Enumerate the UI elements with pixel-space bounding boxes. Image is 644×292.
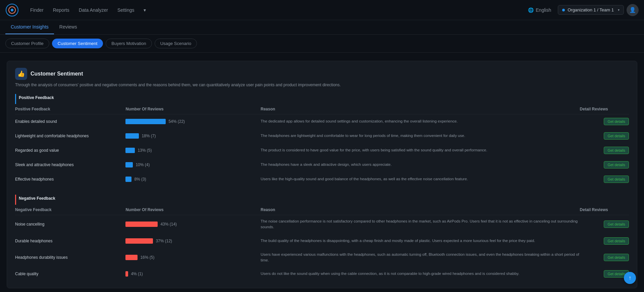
positive-detail-cell: Get details: [580, 129, 629, 143]
reason-text: The dedicated app allows for detailed so…: [261, 119, 458, 123]
negative-table-row: Cable quality 4% (1) Users do not like t…: [15, 267, 629, 281]
negative-bar-cell: 16% (5): [125, 248, 261, 267]
bar-container: 13% (5): [125, 148, 261, 153]
positive-reason-cell: The headphones are lightweight and comfo…: [261, 129, 580, 143]
positive-detail-cell: Get details: [580, 158, 629, 172]
app-logo[interactable]: [5, 3, 19, 17]
section-title: Customer Sentiment: [31, 71, 83, 77]
bar-container: 10% (4): [125, 162, 261, 167]
bar-container: 16% (5): [125, 255, 261, 260]
reason-text: Users do not like the sound quality when…: [261, 272, 519, 276]
nav-reports[interactable]: Reports: [50, 6, 73, 14]
scroll-to-top-button[interactable]: ↑: [624, 272, 636, 284]
reason-text: Users have experienced various malfuncti…: [261, 252, 579, 262]
org-status-dot: [562, 9, 565, 11]
get-details-button[interactable]: Get details: [604, 254, 629, 261]
negative-table-row: Headphones durability issues 16% (5) Use…: [15, 248, 629, 267]
bar-percentage: 8% (3): [134, 177, 146, 182]
negative-detail-cell: Get details: [580, 234, 629, 248]
main-content: 👍 Customer Sentiment Through the analysi…: [0, 53, 644, 292]
positive-detail-cell: Get details: [580, 114, 629, 129]
get-details-button[interactable]: Get details: [604, 237, 629, 245]
org-chevron-icon: ▾: [618, 8, 620, 12]
positive-feedback-table: Positive Feedback Number Of Reviews Reas…: [15, 104, 629, 187]
bar-container: 8% (3): [125, 177, 261, 182]
positive-feedback-label: Positive Feedback: [15, 94, 629, 104]
col-header-positive-feedback: Positive Feedback: [15, 104, 125, 114]
col-header-positive-reason: Reason: [261, 104, 580, 114]
negative-detail-cell: Get details: [580, 215, 629, 234]
tab-usage-scenario[interactable]: Usage Scenario: [155, 39, 197, 48]
bar-percentage: 37% (12): [156, 239, 172, 243]
tab-reviews[interactable]: Reviews: [54, 20, 83, 34]
bar-percentage: 43% (14): [160, 222, 177, 227]
user-avatar[interactable]: 👤: [627, 4, 639, 16]
language-selector[interactable]: 🌐 English: [528, 7, 551, 13]
negative-table-row: Noise cancelling 43% (14) The noise canc…: [15, 215, 629, 234]
get-details-button[interactable]: Get details: [604, 161, 629, 168]
positive-table-row: Lightweight and comfortable headphones 1…: [15, 129, 629, 143]
negative-feedback-label: Negative Feedback: [15, 195, 629, 205]
get-details-button[interactable]: Get details: [604, 221, 629, 228]
reason-text: The noise cancellation performance is no…: [261, 219, 578, 229]
negative-reason-cell: The build quality of the headphones is d…: [261, 234, 580, 248]
bar-container: 37% (12): [125, 238, 261, 244]
col-header-negative-reviews: Number Of Reviews: [125, 205, 261, 215]
positive-detail-cell: Get details: [580, 172, 629, 187]
get-details-button[interactable]: Get details: [604, 132, 629, 140]
negative-bar-cell: 4% (1): [125, 267, 261, 281]
negative-detail-cell: Get details: [580, 267, 629, 281]
section-header: 👍 Customer Sentiment: [15, 68, 629, 80]
reason-text: The headphones are lightweight and comfo…: [261, 134, 465, 138]
bar-container: 54% (22): [125, 119, 261, 124]
bar-percentage: 13% (5): [138, 148, 152, 153]
org-label: Organization 1 / Team 1: [568, 7, 614, 12]
top-navigation: Finder Reports Data Analyzer Settings ▾ …: [0, 0, 644, 20]
nav-settings-arrow: ▾: [140, 6, 149, 14]
get-details-button[interactable]: Get details: [604, 118, 629, 125]
nav-finder[interactable]: Finder: [27, 6, 47, 14]
negative-reason-cell: Users have experienced various malfuncti…: [261, 248, 580, 267]
reason-text: The product is considered to have good v…: [261, 148, 487, 152]
bar-percentage: 18% (7): [142, 134, 156, 138]
tab-customer-sentiment[interactable]: Customer Sentiment: [52, 39, 103, 48]
sub-tabs: Customer Profile Customer Sentiment Buye…: [0, 35, 644, 53]
positive-table-row: Regarded as good value 13% (5) The produ…: [15, 143, 629, 158]
reason-text: The build quality of the headphones is d…: [261, 239, 535, 243]
positive-feedback-cell: Lightweight and comfortable headphones: [15, 129, 125, 143]
positive-feedback-cell: Enables detailed sound: [15, 114, 125, 129]
negative-feedback-cell: Headphones durability issues: [15, 248, 125, 267]
negative-feedback-cell: Durable headphones: [15, 234, 125, 248]
bar-percentage: 10% (4): [136, 162, 150, 167]
user-icon: 👤: [629, 7, 636, 13]
positive-table-row: Enables detailed sound 54% (22) The dedi…: [15, 114, 629, 129]
tab-customer-insights[interactable]: Customer Insights: [5, 20, 54, 34]
section-description: Through the analysis of consumers' posit…: [15, 83, 629, 87]
positive-bar-cell: 8% (3): [125, 172, 261, 187]
reason-text: The headphones have a sleek and attracti…: [261, 162, 392, 166]
tab-customer-profile[interactable]: Customer Profile: [5, 39, 49, 48]
positive-bar: [125, 148, 135, 153]
positive-reason-cell: The headphones have a sleek and attracti…: [261, 158, 580, 172]
positive-bar: [125, 162, 133, 167]
nav-settings[interactable]: Settings: [114, 6, 138, 14]
nav-data-analyzer[interactable]: Data Analyzer: [75, 6, 111, 14]
main-tabs: Customer Insights Reviews: [0, 20, 644, 35]
positive-bar-cell: 13% (5): [125, 143, 261, 158]
tab-buyers-motivation[interactable]: Buyers Motivation: [106, 39, 152, 48]
negative-reason-cell: Users do not like the sound quality when…: [261, 267, 580, 281]
language-label: English: [536, 7, 551, 13]
negative-feedback-cell: Cable quality: [15, 267, 125, 281]
negative-bar-cell: 37% (12): [125, 234, 261, 248]
thumbs-up-icon: 👍: [15, 68, 27, 80]
get-details-button[interactable]: Get details: [604, 176, 629, 183]
nav-links: Finder Reports Data Analyzer Settings ▾: [27, 6, 528, 14]
get-details-button[interactable]: Get details: [604, 147, 629, 154]
org-selector[interactable]: Organization 1 / Team 1 ▾: [558, 5, 624, 15]
col-header-negative-detail: Detail Reviews: [580, 205, 629, 215]
positive-table-row: Effective headphones 8% (3) Users like t…: [15, 172, 629, 187]
globe-icon: 🌐: [528, 7, 534, 13]
col-header-negative-reason: Reason: [261, 205, 580, 215]
negative-bar: [125, 255, 138, 260]
col-header-positive-reviews: Number Of Reviews: [125, 104, 261, 114]
